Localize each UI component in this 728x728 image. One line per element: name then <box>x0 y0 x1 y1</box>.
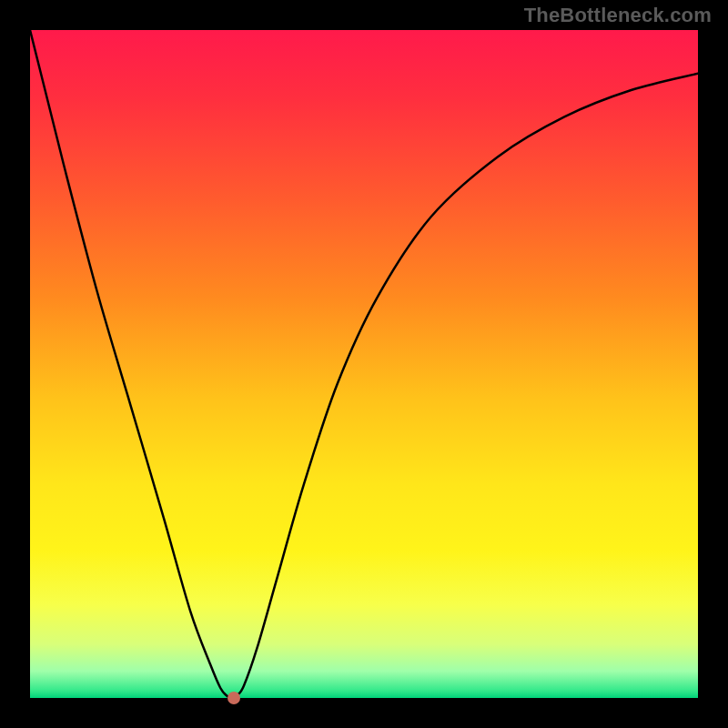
curve-layer <box>30 30 698 698</box>
minimum-marker <box>228 692 240 704</box>
watermark-text: TheBottleneck.com <box>524 4 712 27</box>
chart-container: TheBottleneck.com <box>0 0 728 728</box>
plot-area <box>30 30 698 698</box>
bottleneck-curve <box>30 30 698 698</box>
